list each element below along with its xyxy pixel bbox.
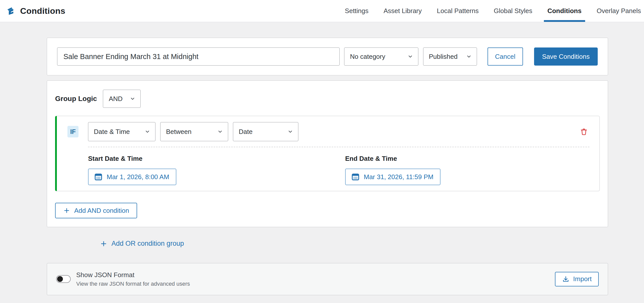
cancel-button[interactable]: Cancel [488, 47, 523, 66]
category-select[interactable]: No category [344, 47, 418, 66]
condition-type-value: Date [239, 128, 253, 136]
if-badge: IF [67, 126, 78, 137]
brand: Conditions [7, 6, 65, 16]
import-label: Import [573, 275, 592, 283]
tab-local-patterns[interactable]: Local Patterns [429, 0, 486, 22]
end-date-label: End Date & Time [345, 155, 440, 163]
tab-global-styles[interactable]: Global Styles [486, 0, 540, 22]
import-button[interactable]: Import [555, 272, 599, 286]
show-json-toggle[interactable] [56, 275, 71, 283]
group-logic-row: Group Logic AND [55, 90, 600, 108]
start-date-value: Mar 1, 2026, 8:00 AM [107, 173, 169, 181]
page-title: Conditions [20, 6, 65, 16]
show-json-label: Show JSON Format [76, 271, 190, 279]
condition-field-value: Date & Time [94, 128, 130, 136]
calendar-icon [94, 173, 103, 181]
chevron-down-icon [288, 129, 293, 134]
condition-group-card: Group Logic AND IF Date & Time Betw [47, 80, 608, 227]
group-logic-label: Group Logic [55, 95, 97, 103]
date-range-row: Start Date & Time [88, 155, 589, 185]
condition-operator-value: Between [166, 128, 191, 136]
start-date-column: Start Date & Time [88, 155, 345, 185]
chevron-down-icon [145, 129, 150, 134]
start-date-label: Start Date & Time [88, 155, 345, 163]
save-conditions-button[interactable]: Save Conditions [534, 47, 598, 66]
group-logic-select[interactable]: AND [103, 90, 141, 108]
condition-name-input[interactable] [57, 47, 340, 66]
end-date-value: Mar 31, 2026, 11:59 PM [364, 173, 433, 181]
end-date-picker-button[interactable]: Mar 31, 2026, 11:59 PM [345, 169, 440, 185]
show-json-description: View the raw JSON format for advanced us… [76, 281, 190, 287]
condition-divider [88, 147, 589, 147]
chevron-down-icon [466, 54, 472, 59]
delete-condition-button[interactable] [578, 126, 589, 137]
start-date-picker-button[interactable]: Mar 1, 2026, 8:00 AM [88, 169, 176, 185]
tab-conditions[interactable]: Conditions [540, 0, 589, 22]
plus-icon [63, 207, 70, 214]
condition-field-select[interactable]: Date & Time [88, 122, 155, 141]
tab-overlay-panels[interactable]: Overlay Panels [589, 0, 643, 22]
condition-row: IF Date & Time Between Date [55, 116, 600, 191]
condition-operator-select[interactable]: Between [160, 122, 228, 141]
condition-type-select[interactable]: Date [233, 122, 298, 141]
chevron-down-icon [130, 96, 135, 102]
app-logo-icon [7, 6, 16, 16]
download-icon [562, 275, 570, 283]
top-bar: Conditions Settings Asset Library Local … [0, 0, 644, 22]
add-and-condition-button[interactable]: Add AND condition [55, 203, 137, 218]
tab-settings[interactable]: Settings [337, 0, 376, 22]
end-date-column: End Date & Time [345, 155, 440, 185]
status-select-value: Published [429, 53, 458, 61]
condition-selectors-row: IF Date & Time Between Date [67, 122, 589, 141]
plus-icon [100, 240, 107, 247]
json-format-panel: Show JSON Format View the raw JSON forma… [47, 263, 608, 295]
chevron-down-icon [217, 129, 223, 134]
top-nav: Settings Asset Library Local Patterns Gl… [337, 0, 644, 22]
add-and-condition-label: Add AND condition [74, 207, 129, 215]
status-select[interactable]: Published [423, 47, 477, 66]
add-or-condition-group-link[interactable]: Add OR condition group [100, 240, 184, 247]
condition-toolbar-card: No category Published Cancel Save Condit… [47, 38, 608, 75]
group-logic-select-value: AND [109, 95, 123, 103]
category-select-value: No category [350, 53, 385, 61]
main-content: No category Published Cancel Save Condit… [0, 22, 644, 295]
toggle-knob [57, 276, 63, 282]
add-or-condition-group-label: Add OR condition group [111, 240, 184, 247]
trash-icon [580, 128, 588, 136]
calendar-icon [351, 173, 360, 181]
tab-asset-library[interactable]: Asset Library [376, 0, 429, 22]
json-panel-text: Show JSON Format View the raw JSON forma… [76, 271, 190, 287]
chevron-down-icon [408, 54, 413, 59]
